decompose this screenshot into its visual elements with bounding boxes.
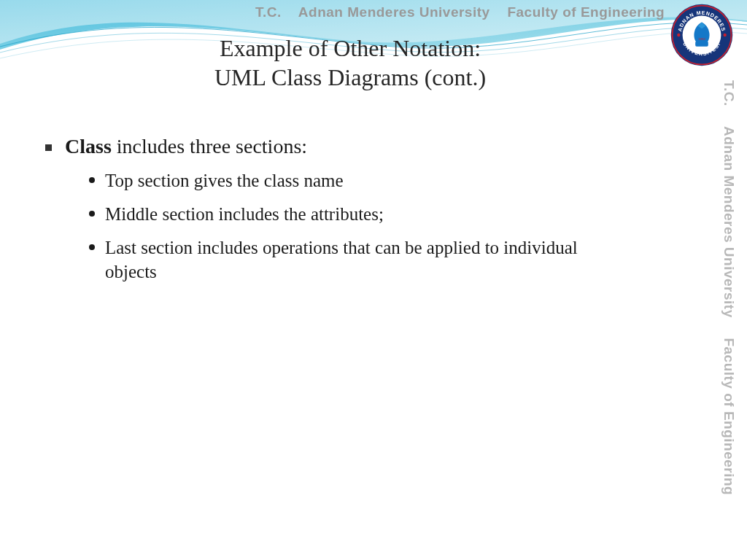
slide-content: Class includes three sections: Top secti…	[45, 135, 651, 293]
svg-point-6	[723, 34, 726, 36]
vertical-university: Adnan Menderes University	[721, 126, 737, 318]
dot-bullet-icon	[89, 244, 95, 250]
university-logo-icon: ADNAN MENDERES ÜNİVERSİTESİ 1992	[670, 3, 734, 67]
list-item: Top section gives the class name	[89, 168, 651, 193]
vertical-tc: T.C.	[721, 80, 737, 106]
dot-bullet-icon	[89, 211, 95, 217]
header-faculty: Faculty of Engineering	[507, 4, 665, 20]
sub-bullet-list: Top section gives the class name Middle …	[89, 168, 651, 284]
slide-title: Example of Other Notation: UML Class Dia…	[0, 34, 700, 92]
header-tc: T.C.	[255, 4, 282, 20]
header-branding-horizontal: T.C. Adnan Menderes University Faculty o…	[255, 4, 665, 20]
square-bullet-icon	[45, 144, 52, 151]
sub-bullet-text: Middle section includes the attributes;	[105, 202, 384, 227]
svg-text:1992: 1992	[698, 37, 705, 41]
title-line-2: UML Class Diagrams (cont.)	[0, 63, 700, 92]
header-branding-vertical: T.C. Adnan Menderes University Faculty o…	[721, 80, 737, 495]
vertical-faculty: Faculty of Engineering	[721, 338, 737, 495]
sub-bullet-text: Top section gives the class name	[105, 168, 344, 193]
main-bullet-text: Class includes three sections:	[65, 135, 307, 158]
svg-point-5	[677, 34, 680, 36]
sub-bullet-text: Last section includes operations that ca…	[105, 236, 616, 285]
header-university: Adnan Menderes University	[298, 4, 490, 20]
list-item: Middle section includes the attributes;	[89, 202, 651, 227]
svg-rect-7	[695, 42, 708, 47]
list-item: Last section includes operations that ca…	[89, 236, 651, 285]
title-line-1: Example of Other Notation:	[0, 34, 700, 63]
main-bullet: Class includes three sections:	[45, 135, 651, 158]
dot-bullet-icon	[89, 177, 95, 183]
